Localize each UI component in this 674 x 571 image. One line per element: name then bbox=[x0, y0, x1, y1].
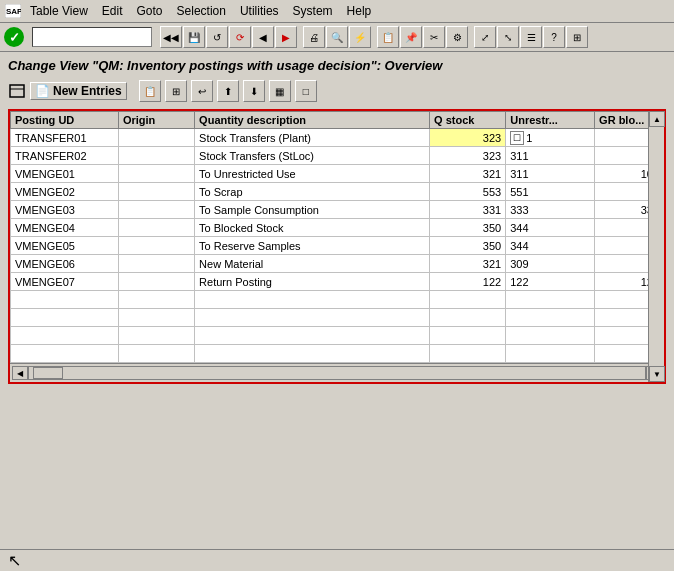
deselect-btn[interactable]: □ bbox=[295, 80, 317, 102]
empty-row bbox=[11, 345, 664, 363]
filter-btn[interactable]: ⚡ bbox=[349, 26, 371, 48]
table-row[interactable]: VMENGE03To Sample Consumption331333333 bbox=[11, 201, 664, 219]
cell-unrestr: 333 bbox=[506, 201, 595, 219]
empty-cell bbox=[11, 327, 119, 345]
cell-unrestr: 344 bbox=[506, 219, 595, 237]
col-header-unrestr: Unrestr... bbox=[506, 112, 595, 129]
new-entries-label: New Entries bbox=[53, 84, 122, 98]
cell-posting: VMENGE01 bbox=[11, 165, 119, 183]
cell-posting: VMENGE02 bbox=[11, 183, 119, 201]
confirm-icon[interactable]: ✓ bbox=[4, 27, 24, 47]
delete-btn[interactable]: ✂ bbox=[423, 26, 445, 48]
back-btn[interactable]: ◀ bbox=[252, 26, 274, 48]
cell-origin bbox=[118, 273, 194, 291]
table-row[interactable]: TRANSFER01Stock Transfers (Plant)323☐1 bbox=[11, 129, 664, 147]
hscroll-track[interactable] bbox=[28, 366, 646, 380]
table-row[interactable]: VMENGE07Return Posting122122124 bbox=[11, 273, 664, 291]
table-row[interactable]: VMENGE06New Material321309 bbox=[11, 255, 664, 273]
empty-cell bbox=[118, 345, 194, 363]
empty-cell bbox=[11, 291, 119, 309]
menu-bar: SAP Table View Edit Goto Selection Utili… bbox=[0, 0, 674, 23]
col-header-posting: Posting UD bbox=[11, 112, 119, 129]
table-row[interactable]: TRANSFER02Stock Transfers (StLoc)323311 bbox=[11, 147, 664, 165]
collapse-btn[interactable]: ⤡ bbox=[497, 26, 519, 48]
data-table: Posting UD Origin Quantity description Q… bbox=[10, 111, 664, 363]
save-btn[interactable]: 💾 bbox=[183, 26, 205, 48]
col-header-qty-desc: Quantity description bbox=[195, 112, 430, 129]
hscroll-left-btn[interactable]: ◀ bbox=[12, 366, 28, 380]
cell-unrestr: 311 bbox=[506, 147, 595, 165]
custom-btn[interactable]: ⊞ bbox=[566, 26, 588, 48]
main-toolbar: ✓ ◀◀ 💾 ↺ ⟳ ◀ ▶ 🖨 🔍 ⚡ 📋 📌 ✂ ⚙ ⤢ ⤡ ☰ ? ⊞ bbox=[0, 23, 674, 52]
table-row[interactable]: VMENGE05To Reserve Samples350344 bbox=[11, 237, 664, 255]
detail-btn[interactable]: 📋 bbox=[139, 80, 161, 102]
action-toolbar: 📄 New Entries 📋 ⊞ ↩ ⬆ ⬇ ▦ □ bbox=[0, 77, 674, 105]
scroll-down-btn[interactable]: ▼ bbox=[649, 366, 665, 382]
cell-origin bbox=[118, 237, 194, 255]
copy-btn[interactable]: 📋 bbox=[377, 26, 399, 48]
cursor-icon: ↖ bbox=[8, 551, 21, 570]
cell-posting: VMENGE06 bbox=[11, 255, 119, 273]
config-btn[interactable]: ⚙ bbox=[446, 26, 468, 48]
nav-toolbar-group: ◀◀ 💾 ↺ ⟳ ◀ ▶ 🖨 🔍 ⚡ 📋 📌 ✂ ⚙ ⤢ ⤡ ☰ ? ⊞ bbox=[160, 26, 588, 48]
refresh-btn[interactable]: ↺ bbox=[206, 26, 228, 48]
menu-utilities[interactable]: Utilities bbox=[234, 2, 285, 20]
empty-cell bbox=[430, 327, 506, 345]
layout-btn[interactable]: ☰ bbox=[520, 26, 542, 48]
scroll-up-btn[interactable]: ▲ bbox=[649, 111, 665, 127]
move-up-btn[interactable]: ⬆ bbox=[217, 80, 239, 102]
menu-tableview[interactable]: Table View bbox=[24, 2, 94, 20]
empty-cell bbox=[11, 309, 119, 327]
nav-first-btn[interactable]: ◀◀ bbox=[160, 26, 182, 48]
copy-row-btn[interactable]: ⊞ bbox=[165, 80, 187, 102]
cell-posting: VMENGE07 bbox=[11, 273, 119, 291]
cell-qty-desc: To Blocked Stock bbox=[195, 219, 430, 237]
cell-qstock: 350 bbox=[430, 237, 506, 255]
cell-origin bbox=[118, 255, 194, 273]
cell-qstock: 350 bbox=[430, 219, 506, 237]
scroll-track[interactable] bbox=[649, 127, 664, 366]
undo-btn[interactable]: ⟳ bbox=[229, 26, 251, 48]
cell-posting: VMENGE04 bbox=[11, 219, 119, 237]
cell-qstock: 553 bbox=[430, 183, 506, 201]
cell-qty-desc: Stock Transfers (StLoc) bbox=[195, 147, 430, 165]
fwd-btn[interactable]: ▶ bbox=[275, 26, 297, 48]
cell-qstock: 331 bbox=[430, 201, 506, 219]
status-bar: ↖ bbox=[0, 549, 674, 571]
find-btn[interactable]: 🔍 bbox=[326, 26, 348, 48]
print-btn[interactable]: 🖨 bbox=[303, 26, 325, 48]
table-settings-icon[interactable] bbox=[8, 82, 26, 100]
select-all-btn[interactable]: ▦ bbox=[269, 80, 291, 102]
move-dn-btn[interactable]: ⬇ bbox=[243, 80, 265, 102]
menu-edit[interactable]: Edit bbox=[96, 2, 129, 20]
new-entries-button[interactable]: 📄 New Entries bbox=[30, 82, 127, 100]
title-area: Change View "QM: Inventory postings with… bbox=[0, 52, 674, 77]
vertical-scrollbar[interactable]: ▲ ▼ bbox=[648, 111, 664, 382]
menu-help[interactable]: Help bbox=[341, 2, 378, 20]
menu-system[interactable]: System bbox=[287, 2, 339, 20]
hscroll-thumb[interactable] bbox=[33, 367, 63, 379]
cell-qty-desc: Return Posting bbox=[195, 273, 430, 291]
cell-qty-desc: To Reserve Samples bbox=[195, 237, 430, 255]
cell-origin bbox=[118, 219, 194, 237]
cell-unrestr: 311 bbox=[506, 165, 595, 183]
undo-row-btn[interactable]: ↩ bbox=[191, 80, 213, 102]
horizontal-scrollbar[interactable]: ◀ ▶ bbox=[10, 363, 664, 382]
table-row[interactable]: VMENGE01To Unrestricted Use321311105 bbox=[11, 165, 664, 183]
empty-cell bbox=[118, 327, 194, 345]
empty-cell bbox=[195, 345, 430, 363]
menu-selection[interactable]: Selection bbox=[171, 2, 232, 20]
svg-text:SAP: SAP bbox=[6, 7, 21, 16]
cell-posting: VMENGE05 bbox=[11, 237, 119, 255]
command-input[interactable] bbox=[32, 27, 152, 47]
table-row[interactable]: VMENGE02To Scrap553551 bbox=[11, 183, 664, 201]
svg-rect-2 bbox=[10, 85, 24, 97]
help-icon-btn[interactable]: ? bbox=[543, 26, 565, 48]
paste-btn[interactable]: 📌 bbox=[400, 26, 422, 48]
table-container: Posting UD Origin Quantity description Q… bbox=[8, 109, 666, 384]
page-title: Change View "QM: Inventory postings with… bbox=[8, 58, 442, 73]
table-row[interactable]: VMENGE04To Blocked Stock350344 bbox=[11, 219, 664, 237]
cell-origin bbox=[118, 183, 194, 201]
expand-btn[interactable]: ⤢ bbox=[474, 26, 496, 48]
menu-goto[interactable]: Goto bbox=[131, 2, 169, 20]
